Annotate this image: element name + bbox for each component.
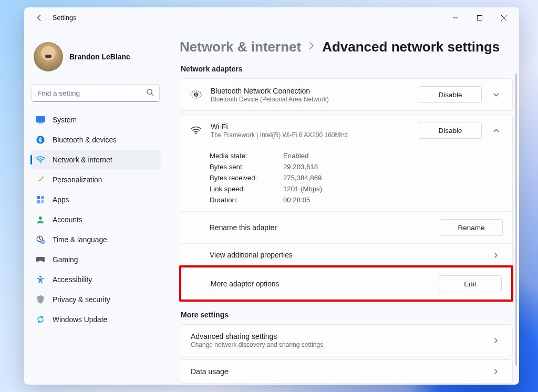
content-area: Network & internet Advanced network sett… [167,28,519,385]
adapter-title: Bluetooth Network Connection [211,87,411,95]
card-title: Data usage [191,367,229,376]
chevron-right-icon [489,252,503,259]
detail-value: Enabled [283,152,308,160]
clock-globe-icon [36,235,45,244]
nav-label: Gaming [53,256,78,264]
detail-value: 275,384,869 [283,174,322,182]
breadcrumb-current: Advanced network settings [322,39,500,55]
section-more-settings: More settings [181,311,513,319]
chevron-right-icon [489,337,503,344]
nav-item-gaming[interactable]: Gaming [30,250,161,269]
svg-point-19 [195,133,197,135]
svg-point-7 [40,162,42,163]
svg-point-2 [147,89,152,94]
adapter-title: Wi-Fi [211,122,411,131]
svg-rect-1 [478,16,482,20]
detail-value: 29,203,618 [283,163,318,171]
view-props-label: View additional properties [210,251,293,259]
nav-item-bluetooth[interactable]: Bluetooth & devices [30,130,161,149]
svg-rect-5 [38,123,43,123]
adapter-card-bluetooth: Bluetooth Network Connection Bluetooth D… [180,78,513,111]
adapter-card-wifi: Wi-Fi The Framework | Intel(R) Wi-Fi 6 A… [180,114,513,301]
nav-item-personalization[interactable]: Personalization [30,170,161,189]
adapter-row[interactable]: Bluetooth Network Connection Bluetooth D… [180,79,512,110]
breadcrumb-root[interactable]: Network & internet [180,39,301,55]
avatar [34,42,63,71]
nav-item-apps[interactable]: Apps [30,190,161,209]
detail-key: Duration: [210,196,273,204]
nav-item-time-language[interactable]: Time & language [30,230,161,249]
titlebar: Settings [24,7,519,28]
detail-key: Link speed: [210,185,273,193]
nav-item-system[interactable]: System [30,110,161,129]
nav-label: Personalization [53,176,102,184]
svg-point-13 [39,216,42,220]
advanced-sharing-card[interactable]: Advanced sharing settings Change network… [180,324,513,356]
svg-rect-9 [37,196,40,199]
update-icon [36,315,45,324]
profile-block[interactable]: Brandon LeBlanc [29,34,162,81]
display-icon [36,115,45,125]
close-button[interactable] [492,9,516,26]
bluetooth-pan-icon [189,90,203,99]
svg-rect-11 [37,200,40,203]
rename-adapter-row: Rename this adapter Rename [180,211,512,243]
adapter-subtitle: Bluetooth Device (Personal Area Network) [211,96,411,103]
nav-item-accessibility[interactable]: Accessibility [30,270,161,289]
user-name: Brandon LeBlanc [69,53,130,61]
nav-label: Privacy & security [53,296,110,304]
svg-line-3 [151,94,153,96]
detail-value: 00:28:05 [283,196,310,204]
chevron-down-icon[interactable] [489,91,503,98]
nav-label: Accounts [53,216,82,224]
window-title: Settings [53,14,76,22]
disable-button[interactable]: Disable [419,86,482,103]
nav-label: System [53,116,77,124]
disable-button[interactable]: Disable [419,122,482,139]
section-adapters: Network adapters [181,65,513,73]
chevron-right-icon [489,368,503,375]
detail-key: Bytes sent: [210,163,273,171]
back-button[interactable] [32,10,47,26]
rename-button[interactable]: Rename [440,219,503,236]
minimize-button[interactable] [443,9,468,26]
adapter-subtitle: The Framework | Intel(R) Wi-Fi 6 AX200 1… [211,131,411,139]
nav-list: System Bluetooth & devices Network & int… [29,110,162,329]
rename-label: Rename this adapter [210,224,277,232]
nav-label: Network & internet [53,156,112,164]
highlight-annotation: More adapter options Edit [179,265,513,302]
chevron-right-icon [308,42,315,53]
person-icon [36,215,45,224]
search-icon [146,88,154,98]
nav-label: Time & language [53,236,107,244]
maximize-button[interactable] [468,9,492,26]
view-additional-properties[interactable]: View additional properties [180,243,512,266]
svg-rect-4 [36,117,45,122]
nav-label: Bluetooth & devices [53,136,117,144]
nav-label: Windows Update [53,316,107,324]
search-box[interactable] [32,84,160,102]
svg-rect-12 [41,200,44,203]
apps-icon [36,195,45,204]
svg-point-16 [39,276,42,278]
card-title: Advanced sharing settings [191,332,323,341]
wifi-icon [189,126,203,135]
more-options-label: More adapter options [211,280,279,288]
bluetooth-icon [36,135,45,145]
nav-item-update[interactable]: Windows Update [30,310,161,329]
data-usage-card[interactable]: Data usage [180,359,513,384]
nav-item-network[interactable]: Network & internet [30,150,161,169]
wifi-icon [36,155,45,164]
detail-value: 1201 (Mbps) [283,185,322,193]
detail-key: Media state: [210,152,273,160]
edit-button[interactable]: Edit [439,275,502,292]
nav-item-privacy[interactable]: Privacy & security [30,290,161,309]
settings-window: Settings Brandon LeBlanc System [24,7,519,385]
more-adapter-options-row: More adapter options Edit [181,267,511,300]
scrollbar[interactable] [515,74,517,366]
search-input[interactable] [37,89,146,97]
nav-label: Accessibility [53,276,92,284]
chevron-up-icon[interactable] [489,127,503,134]
adapter-row[interactable]: Wi-Fi The Framework | Intel(R) Wi-Fi 6 A… [180,115,512,146]
nav-item-accounts[interactable]: Accounts [30,210,161,229]
